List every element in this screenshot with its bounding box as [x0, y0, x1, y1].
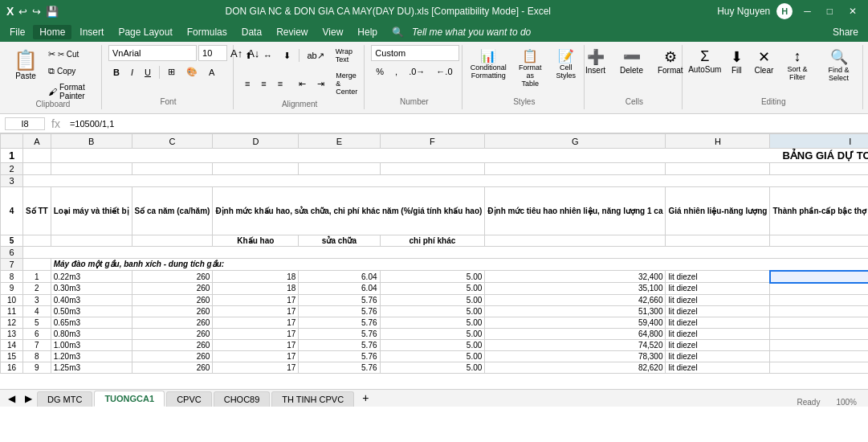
cell-d14[interactable]: 17: [213, 339, 299, 350]
sheet-tab-cpvc[interactable]: CPVC: [166, 391, 212, 407]
font-color-button[interactable]: A: [204, 65, 219, 80]
cell-c15[interactable]: 260: [132, 350, 213, 362]
wrap-text-button[interactable]: Wrap Text: [331, 45, 360, 66]
cell-b4[interactable]: Loại máy và thiết bị: [51, 187, 132, 235]
new-sheet-button[interactable]: +: [356, 389, 375, 407]
cell-c2[interactable]: [132, 163, 213, 175]
cell-d11[interactable]: 17: [213, 305, 299, 317]
row-header-1[interactable]: 1: [1, 149, 23, 163]
menu-home[interactable]: Home: [33, 25, 71, 39]
col-header-e[interactable]: E: [299, 134, 380, 149]
row-header-7[interactable]: 7: [1, 259, 23, 271]
cell-h13[interactable]: lit diezel: [666, 328, 770, 339]
cell-c9[interactable]: 260: [132, 283, 213, 295]
cell-b12[interactable]: 0.65m3: [51, 317, 132, 328]
cell-g12[interactable]: 59,400: [485, 317, 666, 328]
row-header-11[interactable]: 11: [1, 305, 23, 317]
align-top-button[interactable]: ⬆: [240, 48, 257, 63]
cell-d2[interactable]: [213, 163, 299, 175]
sheet-tab-dg-mtc[interactable]: DG MTC: [37, 391, 92, 407]
cell-g9[interactable]: 35,100: [485, 283, 666, 295]
italic-button[interactable]: I: [126, 65, 138, 80]
cell-a16[interactable]: 9: [23, 362, 51, 373]
format-table-button[interactable]: 📋 Format as Table: [511, 45, 548, 91]
menu-formulas[interactable]: Formulas: [181, 25, 234, 39]
sheet-tab-choc89[interactable]: CHOC89: [214, 391, 271, 407]
paste-button[interactable]: 📋 Paste: [10, 45, 42, 84]
row-header-2[interactable]: 2: [1, 163, 23, 175]
copy-button[interactable]: ⧉ Copy: [43, 63, 96, 79]
cell-i11[interactable]: 9.545: [770, 305, 868, 317]
cell-f12[interactable]: 5.00: [380, 317, 485, 328]
cell-h16[interactable]: lit diezel: [666, 362, 770, 373]
align-right-button[interactable]: ≡: [273, 76, 287, 91]
cell-b11[interactable]: 0.50m3: [51, 305, 132, 317]
cell-d13[interactable]: 17: [213, 328, 299, 339]
increase-decimal-button[interactable]: ←.0: [431, 64, 457, 79]
fill-color-button[interactable]: 🎨: [181, 64, 202, 80]
cell-g14[interactable]: 74,520: [485, 339, 666, 350]
format-button[interactable]: ⚙ Format: [652, 45, 689, 78]
cell-c8[interactable]: 260: [132, 271, 213, 283]
row-header-6[interactable]: 6: [1, 247, 23, 259]
cell-h9[interactable]: lit diezel: [666, 283, 770, 295]
quick-access-redo[interactable]: ↪: [32, 6, 41, 18]
cell-b8[interactable]: 0.22m3: [51, 271, 132, 283]
cell-a14[interactable]: 7: [23, 339, 51, 350]
cell-i10[interactable]: 9.545: [770, 294, 868, 305]
cell-d5[interactable]: Khấu hao: [213, 235, 299, 247]
orientation-button[interactable]: ab↗: [302, 48, 328, 63]
cell-c12[interactable]: 260: [132, 317, 213, 328]
cell-i2[interactable]: [770, 163, 868, 175]
cell-i15[interactable]: 9.545: [770, 350, 868, 362]
cell-b2[interactable]: [51, 163, 132, 175]
sheet-tab-tuongca1[interactable]: TUONGCA1: [94, 391, 165, 407]
cell-f16[interactable]: 5.00: [380, 362, 485, 373]
cell-e11[interactable]: 5.76: [299, 305, 380, 317]
formula-input[interactable]: [67, 118, 863, 129]
cell-g4[interactable]: Định mức tiêu hao nhiên liệu, năng lượng…: [485, 187, 666, 235]
font-size-input[interactable]: [198, 45, 227, 61]
delete-button[interactable]: ➖ Delete: [614, 45, 649, 78]
number-format-input[interactable]: [371, 45, 459, 61]
cell-h8[interactable]: lit diezel: [666, 271, 770, 283]
row-header-12[interactable]: 12: [1, 317, 23, 328]
cell-d12[interactable]: 17: [213, 317, 299, 328]
cell-f8[interactable]: 5.00: [380, 271, 485, 283]
row-header-9[interactable]: 9: [1, 283, 23, 295]
cell-b16[interactable]: 1.25m3: [51, 362, 132, 373]
maximize-button[interactable]: □: [822, 4, 837, 18]
cell-e12[interactable]: 5.76: [299, 317, 380, 328]
cell-i4[interactable]: Thành phần-cấp bậc thợ điều khiển máy: [770, 187, 868, 235]
cell-title[interactable]: BẢNG GIÁ DỰ TOÁN CA MÁY VÀ THIẾT BỊ XÂY …: [51, 149, 868, 163]
cell-h14[interactable]: lit diezel: [666, 339, 770, 350]
cell-e13[interactable]: 5.76: [299, 328, 380, 339]
quick-access-save[interactable]: 💾: [46, 6, 59, 18]
row-header-13[interactable]: 13: [1, 328, 23, 339]
cell-h2[interactable]: [666, 163, 770, 175]
increase-indent-button[interactable]: ⇥: [312, 76, 329, 92]
cell-i5[interactable]: [770, 235, 868, 247]
conditional-formatting-button[interactable]: 📊 Conditional Formatting: [468, 45, 508, 83]
col-header-c[interactable]: C: [132, 134, 213, 149]
font-name-input[interactable]: [108, 45, 197, 61]
cell-g10[interactable]: 42,660: [485, 294, 666, 305]
cell-f2[interactable]: [380, 163, 485, 175]
cell-c5[interactable]: [132, 235, 213, 247]
cell-h10[interactable]: lit diezel: [666, 294, 770, 305]
cell-b7[interactable]: Máy đào một gầu, banh xích - dung tích g…: [51, 259, 868, 271]
cell-a4[interactable]: Số TT: [23, 187, 51, 235]
cell-d10[interactable]: 17: [213, 294, 299, 305]
cell-d16[interactable]: 17: [213, 362, 299, 373]
cell-h15[interactable]: lit diezel: [666, 350, 770, 362]
comma-button[interactable]: ,: [390, 64, 402, 79]
sheet-tab-th-tinh-cpvc[interactable]: TH TINH CPVC: [271, 391, 354, 407]
cell-c13[interactable]: 260: [132, 328, 213, 339]
col-header-g[interactable]: G: [485, 134, 666, 149]
fill-button[interactable]: ⬇ Fill: [724, 45, 748, 78]
cell-a11[interactable]: 4: [23, 305, 51, 317]
align-center-button[interactable]: ≡: [256, 76, 271, 91]
cell-f9[interactable]: 5.00: [380, 283, 485, 295]
cell-b15[interactable]: 1.20m3: [51, 350, 132, 362]
sheet-tab-nav-right[interactable]: ▶: [20, 391, 37, 407]
